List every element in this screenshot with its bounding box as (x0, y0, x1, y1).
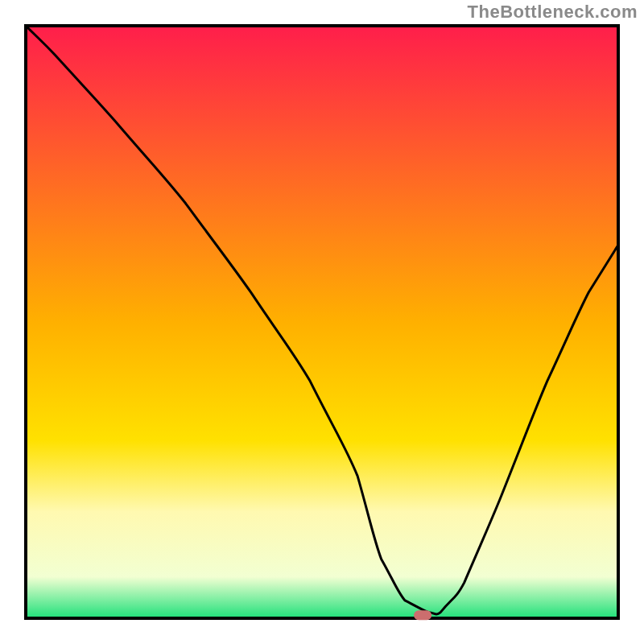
watermark-text: TheBottleneck.com (468, 2, 638, 23)
bottleneck-chart (0, 0, 644, 644)
gradient-background (26, 26, 618, 618)
optimal-marker (414, 610, 431, 620)
